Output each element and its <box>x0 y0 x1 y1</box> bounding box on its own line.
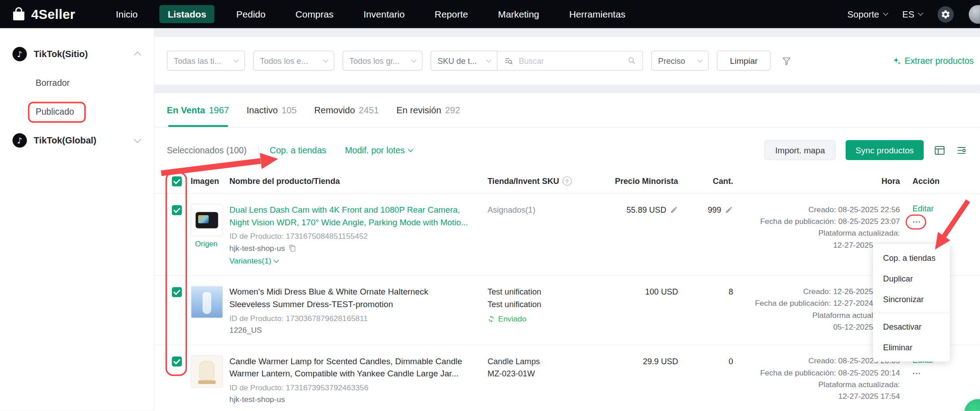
product-name-link[interactable]: Candle Warmer Lamp for Scented Candles, … <box>229 355 472 380</box>
sidebar-group-label: TikTok(Sitio) <box>34 49 88 58</box>
tab-en-venta[interactable]: En Venta1967 <box>167 93 229 127</box>
column-settings-icon[interactable] <box>956 144 967 156</box>
tienda-cell: Test unification Test unification Enviad… <box>488 286 609 326</box>
copy-to-stores-link[interactable]: Cop. a tiendas <box>270 145 326 155</box>
clear-filters-button[interactable]: Limpiar <box>717 51 771 71</box>
row-checkbox[interactable] <box>172 357 182 366</box>
extract-products-link[interactable]: Extraer productos <box>891 56 974 66</box>
status-badge: Enviado <box>488 313 609 325</box>
more-actions-button[interactable]: ... <box>913 217 967 223</box>
sync-status-icon <box>488 315 495 323</box>
nav-item-herramientas[interactable]: Herramientas <box>561 5 634 23</box>
precision-select[interactable]: Preciso <box>651 51 709 71</box>
extract-products-label: Extraer productos <box>905 56 974 66</box>
sidebar-group-tiktok-sitio[interactable]: ♪ TikTok(Sitio) <box>0 40 154 68</box>
settings-icon[interactable] <box>937 6 953 22</box>
variants-toggle[interactable]: Variantes(1) <box>229 256 472 265</box>
filter-groups-select[interactable]: Todos los gr... <box>342 51 422 71</box>
sidebar-group-tiktok-global[interactable]: ♪ TikTok(Global) <box>0 126 154 155</box>
listings-panel: En Venta1967 Inactivo105 Removido2451 En… <box>155 93 980 411</box>
nav-item-listados[interactable]: Listados <box>160 5 214 23</box>
header-tienda: Tienda/Invent SKU ? <box>488 176 609 186</box>
divider <box>258 146 258 154</box>
qty-cell: 999 <box>678 205 733 214</box>
product-name-link[interactable]: Dual Lens Dash Cam with 4K Front and 108… <box>229 204 472 229</box>
product-id: ID de Producto: 1730367879628165811 <box>229 314 472 322</box>
topbar-right: Soporte ES <box>847 4 980 23</box>
header-precio: Precio Minorista <box>609 176 678 186</box>
price-cell: 55.89 USD <box>609 205 678 214</box>
tab-en-revision[interactable]: En revisión292 <box>396 93 460 127</box>
price-cell: 100 USD <box>609 287 678 296</box>
sidebar: ♪ TikTok(Sitio) Borrador Publicado ♪ Tik… <box>0 28 155 411</box>
filter-funnel-icon[interactable] <box>781 55 792 66</box>
nav-item-pedido[interactable]: Pedido <box>228 5 274 23</box>
menu-item-desactivar[interactable]: Desactivar <box>873 317 950 337</box>
select-all-checkbox[interactable] <box>172 176 182 186</box>
tab-inactivo[interactable]: Inactivo105 <box>247 93 297 127</box>
search-icon[interactable] <box>627 56 636 65</box>
avatar[interactable] <box>969 4 980 23</box>
chevron-down-icon <box>134 136 141 143</box>
table-row: Candle Warmer Lamp for Scented Candles, … <box>155 345 980 411</box>
search-input[interactable] <box>518 55 623 66</box>
nav-item-inventario[interactable]: Inventario <box>355 5 413 23</box>
tiktok-icon: ♪ <box>13 133 27 147</box>
image-cell: Origen <box>191 204 229 248</box>
brand[interactable]: 4Seller <box>11 7 75 22</box>
product-id: ID de Producto: 1731675084851155452 <box>229 232 472 241</box>
soporte-label: Soporte <box>847 9 879 19</box>
image-cell <box>191 286 229 318</box>
soporte-menu[interactable]: Soporte <box>847 9 887 19</box>
product-name-link[interactable]: Women's Midi Dress Blue & White Ornate H… <box>229 286 472 311</box>
menu-item-eliminar[interactable]: Eliminar <box>873 337 950 358</box>
import-map-button[interactable]: Import. mapa <box>765 140 836 161</box>
filter-status-select[interactable]: Todos los e... <box>253 51 334 71</box>
product-image[interactable] <box>191 355 223 388</box>
shop-name: hjk-test-shop-us <box>229 395 472 404</box>
time-cell: Creado: 08-25-2025 20:05 Fecha de public… <box>733 355 900 403</box>
nav-item-compras[interactable]: Compras <box>287 5 341 23</box>
topbar: 4Seller Inicio Listados Pedido Compras I… <box>0 0 980 28</box>
product-image[interactable] <box>191 286 223 318</box>
nav-item-inicio[interactable]: Inicio <box>108 5 146 23</box>
qty-cell: 0 <box>678 357 733 366</box>
menu-item-duplicar[interactable]: Duplicar <box>873 268 950 289</box>
export-table-icon[interactable] <box>934 144 945 156</box>
search-type-select[interactable]: SKU de t... <box>430 51 497 71</box>
sidebar-item-publicado[interactable]: Publicado <box>0 97 154 126</box>
qty-cell: 8 <box>678 287 733 296</box>
origin-tag[interactable]: Origen <box>191 240 222 248</box>
content: Todas las ti... Todos los e... Todos los… <box>155 28 980 411</box>
help-icon[interactable]: ? <box>562 176 572 186</box>
table-row: Women's Midi Dress Blue & White Ornate H… <box>155 276 980 345</box>
row-actions-menu: Cop. a tiendas Duplicar Sincronizar Desa… <box>873 244 950 361</box>
edit-qty-icon[interactable] <box>725 206 733 214</box>
sidebar-item-borrador[interactable]: Borrador <box>0 68 154 97</box>
edit-price-icon[interactable] <box>670 206 678 214</box>
header-cant: Cant. <box>678 176 733 186</box>
search-input-wrap <box>497 51 643 71</box>
sync-products-button[interactable]: Sync productos <box>846 140 924 161</box>
sidebar-group-label: TikTok(Global) <box>34 135 96 145</box>
edit-button[interactable]: Editar <box>913 204 967 213</box>
screen: 4Seller Inicio Listados Pedido Compras I… <box>0 0 980 411</box>
batch-modify-link[interactable]: Modif. por lotes <box>345 145 412 155</box>
row-checkbox[interactable] <box>172 205 182 215</box>
nav-item-reporte[interactable]: Reporte <box>426 5 476 23</box>
menu-item-cop-a-tiendas[interactable]: Cop. a tiendas <box>873 248 950 268</box>
tienda-cell: Candle Lamps MZ-023-01W <box>488 355 609 380</box>
more-actions-button[interactable]: ... <box>913 368 967 375</box>
menu-item-sincronizar[interactable]: Sincronizar <box>873 289 950 310</box>
row-checkbox[interactable] <box>172 287 182 297</box>
language-selector[interactable]: ES <box>902 9 922 19</box>
search-group: SKU de t... <box>430 51 643 71</box>
copy-icon[interactable] <box>289 245 297 252</box>
nav-item-marketing[interactable]: Marketing <box>490 5 547 23</box>
tab-removido[interactable]: Removido2451 <box>314 93 379 127</box>
chevron-down-icon <box>883 10 888 16</box>
product-image[interactable] <box>191 204 223 236</box>
filter-stores-select[interactable]: Todas las ti... <box>167 51 245 71</box>
bulk-toolbar: Seleccionados (100) Cop. a tiendas Modif… <box>155 128 980 169</box>
sidebar-item-label: Borrador <box>35 77 70 87</box>
